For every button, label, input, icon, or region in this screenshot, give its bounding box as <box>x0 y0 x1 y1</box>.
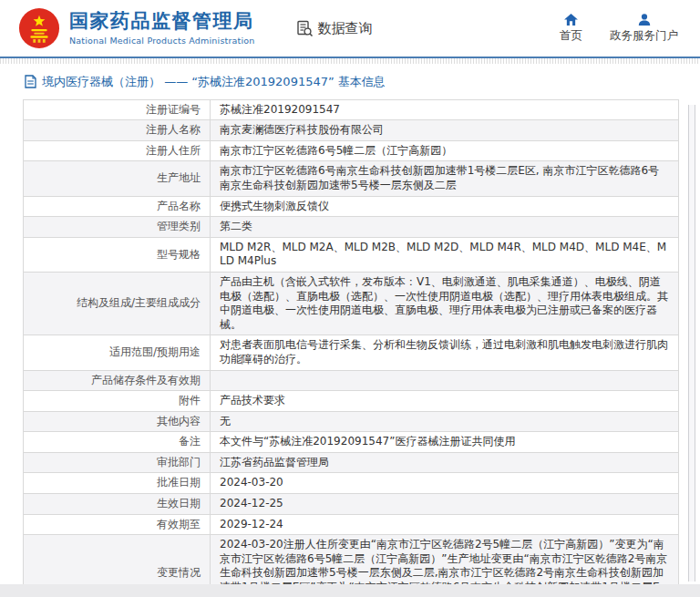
row-value: 南京麦澜德医疗科技股份有限公司 <box>211 120 679 141</box>
row-value: 便携式生物刺激反馈仪 <box>211 196 679 217</box>
table-row: 注册人名称南京麦澜德医疗科技股份有限公司 <box>24 120 679 141</box>
row-label: 适用范围/预期用途 <box>24 335 211 370</box>
info-table-body: 注册证编号苏械注准20192091547注册人名称南京麦澜德医疗科技股份有限公司… <box>24 99 679 597</box>
nav-home-label: 首页 <box>560 28 582 44</box>
row-label: 生效日期 <box>24 494 211 515</box>
nav-home[interactable]: 首页 <box>560 14 582 44</box>
row-value: 2024-03-20 <box>211 473 679 494</box>
table-row: 生效日期2024-12-25 <box>24 494 679 515</box>
table-row: 生产地址南京市江宁区乾德路6号南京生命科技创新园加速带1号楼二层E区, 南京市江… <box>24 161 679 196</box>
row-value: 苏械注准20192091547 <box>211 99 679 120</box>
table-row: 附件产品技术要求 <box>24 391 679 412</box>
page-title: 境内医疗器械（注册） —— “苏械注准20192091547” 基本信息 <box>42 75 386 89</box>
row-value: 南京市江宁区乾德路6号5幢二层（江宁高新园） <box>211 140 679 161</box>
nav-portal[interactable]: 政务服务门户 <box>610 14 678 44</box>
row-label: 注册人名称 <box>24 120 211 141</box>
row-value: 江苏省药品监督管理局 <box>211 452 679 473</box>
table-row: 注册证编号苏械注准20192091547 <box>24 99 679 120</box>
row-value: 第二类 <box>211 217 679 238</box>
national-emblem-icon <box>18 7 60 49</box>
user-icon <box>638 14 651 26</box>
table-row: 批准日期2024-03-20 <box>24 473 679 494</box>
agency-name-en: National Medical Products Administration <box>69 36 255 46</box>
table-row: 备注本文件与“苏械注准20192091547”医疗器械注册证共同使用 <box>24 432 679 453</box>
main-content: 境内医疗器械（注册） —— “苏械注准20192091547” 基本信息 注册证… <box>0 64 700 597</box>
row-value: 2024-12-25 <box>211 494 679 515</box>
agency-title-block: 国家药品监督管理局 National Medical Products Admi… <box>69 11 255 45</box>
row-value: 产品由主机（含嵌入式软件，发布版本：V1、电刺激通道、肌电采集通道）、电极线、阴… <box>211 272 679 335</box>
row-value: 产品技术要求 <box>211 391 679 412</box>
row-value: 无 <box>211 411 679 432</box>
table-row: 产品名称便携式生物刺激反馈仪 <box>24 196 679 217</box>
row-label: 产品储存条件及有效期 <box>24 370 211 391</box>
vertical-scrollbar[interactable] <box>688 105 695 582</box>
site-header: 国家药品监督管理局 National Medical Products Admi… <box>0 0 700 57</box>
row-label: 注册人住所 <box>24 140 211 161</box>
row-value: 南京市江宁区乾德路6号南京生命科技创新园加速带1号楼二层E区, 南京市江宁区乾德… <box>211 161 679 196</box>
table-row: 产品储存条件及有效期 <box>24 370 679 391</box>
data-query-button[interactable]: 数据查询 <box>296 20 373 37</box>
header-nav: 首页 政务服务门户 <box>560 14 678 44</box>
row-value: MLD M2R、MLD M2A、MLD M2B、MLD M2D、MLD M4R、… <box>211 237 679 272</box>
breadcrumb: 境内医疗器械（注册） —— “苏械注准20192091547” 基本信息 <box>23 69 679 99</box>
row-label: 结构及组成/主要组成成分 <box>24 272 211 335</box>
table-row: 其他内容无 <box>24 411 679 432</box>
row-label: 批准日期 <box>24 473 211 494</box>
table-row: 适用范围/预期用途对患者表面肌电信号进行采集、分析和生物反馈训练，通过电刺激和肌… <box>24 335 679 370</box>
document-icon <box>25 75 36 88</box>
table-row: 注册人住所南京市江宁区乾德路6号5幢二层（江宁高新园） <box>24 140 679 161</box>
row-label: 备注 <box>24 432 211 453</box>
row-label: 产品名称 <box>24 196 211 217</box>
row-label: 有效期至 <box>24 514 211 535</box>
row-value: 对患者表面肌电信号进行采集、分析和生物反馈训练，通过电刺激和肌电触发电刺激进行肌… <box>211 335 679 370</box>
row-label: 审批部门 <box>24 452 211 473</box>
row-label: 型号规格 <box>24 237 211 272</box>
home-icon <box>564 14 578 26</box>
nav-portal-label: 政务服务门户 <box>610 28 678 44</box>
data-query-label: 数据查询 <box>318 20 373 37</box>
row-value <box>211 370 679 391</box>
row-label: 注册证编号 <box>24 99 211 120</box>
row-value: 2029-12-24 <box>211 514 679 535</box>
footer-strip <box>0 584 700 597</box>
table-row: 有效期至2029-12-24 <box>24 514 679 535</box>
site-logo[interactable]: 国家药品监督管理局 National Medical Products Admi… <box>18 7 255 49</box>
row-label: 管理类别 <box>24 217 211 238</box>
row-value: 本文件与“苏械注准20192091547”医疗器械注册证共同使用 <box>211 432 679 453</box>
table-row: 审批部门江苏省药品监督管理局 <box>24 452 679 473</box>
table-row: 型号规格MLD M2R、MLD M2A、MLD M2B、MLD M2D、MLD … <box>24 237 679 272</box>
table-row: 结构及组成/主要组成成分产品由主机（含嵌入式软件，发布版本：V1、电刺激通道、肌… <box>24 272 679 335</box>
table-row: 管理类别第二类 <box>24 217 679 238</box>
row-label: 生产地址 <box>24 161 211 196</box>
agency-name-zh: 国家药品监督管理局 <box>69 11 255 32</box>
row-label: 附件 <box>24 391 211 412</box>
document-search-icon <box>296 20 314 37</box>
row-label: 其他内容 <box>24 411 211 432</box>
registration-info-table: 注册证编号苏械注准20192091547注册人名称南京麦澜德医疗科技股份有限公司… <box>23 99 679 597</box>
